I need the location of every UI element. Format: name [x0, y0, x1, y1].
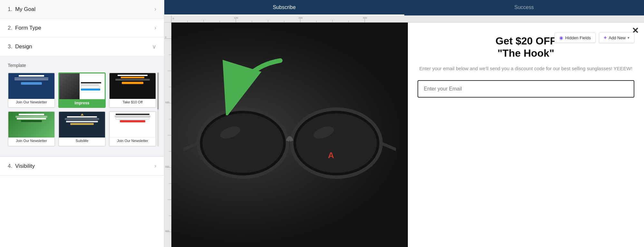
sidebar-item-label: 3. Design — [8, 43, 32, 50]
tab-subscribe[interactable]: Subscribe — [164, 0, 404, 15]
plus-icon: + — [604, 35, 607, 41]
template-grid-wrapper: Join Our Newsletter — [8, 72, 156, 147]
scrollbar-thumb — [157, 72, 159, 109]
template-card-newsletter-3[interactable]: Join Our Newsletter — [109, 111, 156, 147]
svg-text:200: 200 — [165, 165, 169, 168]
chevron-down-icon: ▾ — [628, 36, 630, 40]
sidebar-item-form-type[interactable]: 2. Form Type › — [0, 19, 164, 37]
sidebar-item-label: 4. Visibility — [8, 163, 35, 169]
template-img — [59, 112, 105, 138]
template-card-name: Impress — [59, 99, 105, 107]
main-content: Subscribe Success 0 100 200 — [164, 0, 644, 247]
svg-text:200: 200 — [298, 16, 303, 19]
template-card-green-nl[interactable]: Join Our Newsletter — [8, 111, 55, 147]
canvas-toolbar: ◉ Hidden Fields + Add New ▾ — [554, 32, 634, 43]
popup-form: ✕ Get $20 OFF "The Hook" Enter your emai… — [408, 23, 644, 247]
tab-success[interactable]: Success — [404, 0, 644, 15]
template-card-name: Take $10 Off — [110, 99, 156, 105]
template-card-name: SuitsMe — [59, 138, 105, 144]
template-img — [59, 73, 105, 99]
sidebar-item-my-goal[interactable]: 1. My Goal › — [0, 0, 164, 19]
template-img — [8, 73, 54, 99]
scrollbar-track[interactable] — [157, 72, 159, 147]
canvas-content: A ✕ Get $20 OFF "The Hook" — [171, 23, 644, 247]
sunglasses-image: A — [171, 23, 408, 247]
ruler-left: 0 100 200 300 — [164, 23, 171, 247]
template-label: Template — [8, 63, 156, 68]
svg-point-37 — [296, 113, 377, 173]
chevron-right-icon: › — [154, 163, 156, 169]
popup-description: Enter your email below and we'll send yo… — [418, 65, 635, 72]
chevron-right-icon: › — [154, 6, 156, 13]
tab-subscribe-label: Subscribe — [273, 5, 296, 10]
sidebar: 1. My Goal › 2. Form Type › 3. Design ∨ … — [0, 0, 164, 247]
ruler-left-svg: 0 100 200 300 — [164, 23, 171, 247]
template-card-suitsme[interactable]: SuitsMe — [58, 111, 106, 147]
popup-preview: A ✕ Get $20 OFF "The Hook" — [171, 23, 644, 247]
template-card-impress[interactable]: Impress — [58, 72, 106, 108]
template-card-name: Join Our Newsletter — [8, 99, 54, 105]
template-img — [110, 112, 156, 138]
sidebar-item-label: 1. My Goal — [8, 6, 35, 13]
template-card-name: Join Our Newsletter — [8, 138, 54, 144]
sidebar-section-design: 3. Design ∨ Template — [0, 37, 164, 157]
template-img — [8, 112, 54, 138]
svg-text:0: 0 — [173, 17, 174, 20]
svg-text:300: 300 — [363, 16, 367, 19]
hidden-fields-label: Hidden Fields — [565, 35, 591, 40]
tab-success-label: Success — [514, 5, 534, 10]
svg-text:100: 100 — [234, 16, 238, 19]
svg-text:0: 0 — [165, 36, 167, 39]
sunglasses-svg: A — [183, 60, 396, 209]
hidden-fields-button[interactable]: ◉ Hidden Fields — [554, 33, 596, 43]
canvas-area: 0 100 200 300 — [164, 15, 644, 247]
chevron-down-icon: ∨ — [152, 43, 156, 50]
template-grid: Join Our Newsletter — [8, 72, 156, 147]
template-card-newsletter-1[interactable]: Join Our Newsletter — [8, 72, 55, 108]
add-new-label: Add New — [609, 35, 626, 40]
sidebar-item-design[interactable]: 3. Design ∨ — [0, 37, 164, 56]
add-new-button[interactable]: + Add New ▾ — [599, 32, 634, 43]
tab-bar: Subscribe Success — [164, 0, 644, 15]
design-content: Template Join Our Newsle — [0, 56, 164, 157]
sidebar-item-label: 2. Form Type — [8, 25, 41, 31]
svg-text:A: A — [328, 150, 334, 160]
template-card-name: Join Our Newsletter — [110, 138, 156, 144]
svg-point-35 — [202, 113, 283, 173]
sidebar-item-visibility[interactable]: 4. Visibility › — [0, 157, 164, 176]
email-input[interactable] — [418, 80, 635, 98]
svg-text:100: 100 — [165, 101, 169, 104]
template-card-watch[interactable]: Take $10 Off — [109, 72, 156, 108]
ruler-top: 0 100 200 300 — [164, 15, 644, 23]
ruler-top-svg: 0 100 200 300 — [164, 15, 644, 23]
template-img — [110, 73, 156, 99]
eye-icon: ◉ — [559, 35, 563, 40]
svg-text:300: 300 — [165, 230, 169, 233]
chevron-right-icon: › — [154, 24, 156, 31]
